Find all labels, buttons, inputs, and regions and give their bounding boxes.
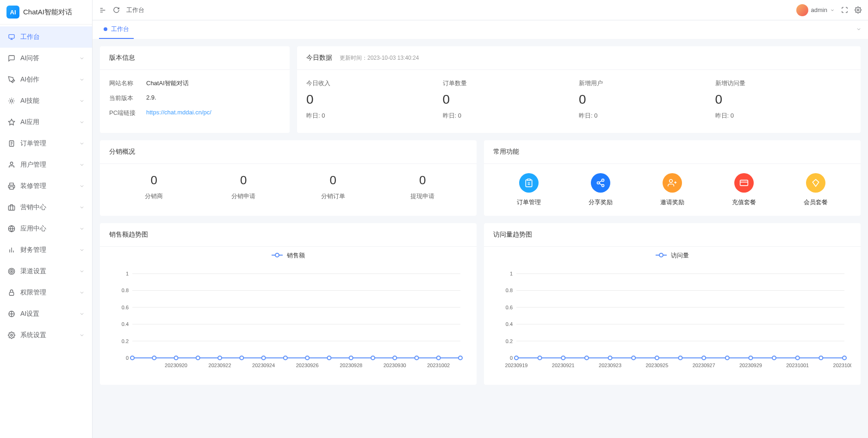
sidebar-item-label: 应用中心 — [20, 225, 79, 233]
sidebar-item-label: 营销中心 — [20, 203, 79, 212]
sidebar-item-5[interactable]: 订单管理 — [0, 133, 92, 154]
svg-text:0.6: 0.6 — [506, 305, 513, 310]
stat-label: 新增访问量 — [715, 79, 852, 88]
svg-line-43 — [599, 183, 602, 185]
svg-text:20231003: 20231003 — [833, 363, 851, 368]
dist-stat: 0提现申请 — [378, 173, 468, 200]
user-menu[interactable]: admin — [796, 4, 835, 16]
sidebar-item-12[interactable]: 权限管理 — [0, 282, 92, 303]
sidebar-item-1[interactable]: AI问答 — [0, 48, 92, 69]
svg-point-110 — [515, 356, 518, 360]
sidebar-item-3[interactable]: AI技能 — [0, 90, 92, 112]
svg-text:20230920: 20230920 — [165, 363, 187, 368]
version-card: 版本信息 网站名称ChatAI智能对话当前版本2.9.PC端链接https://… — [100, 46, 290, 133]
username: admin — [811, 6, 827, 13]
shortcut-label: 分享奖励 — [565, 198, 637, 206]
stat-sub: 昨日: 0 — [443, 112, 579, 120]
shortcut-share[interactable]: 分享奖励 — [565, 173, 637, 206]
svg-text:1: 1 — [126, 271, 129, 276]
share-icon — [591, 173, 610, 193]
card-title: 分销概况 — [109, 148, 135, 156]
stat-value: 0 — [715, 92, 852, 107]
target-icon — [7, 268, 16, 275]
shortcut-useradd[interactable]: 邀请奖励 — [637, 173, 708, 206]
dist-stat: 0分销订单 — [288, 173, 378, 200]
settings-icon[interactable] — [855, 6, 862, 13]
svg-text:20230927: 20230927 — [693, 363, 715, 368]
sidebar-item-label: 财务管理 — [20, 246, 79, 254]
shortcut-clipboard[interactable]: 订单管理 — [493, 173, 565, 206]
shortcut-diamond[interactable]: 会员套餐 — [780, 173, 851, 206]
tab-workbench[interactable]: 工作台 — [99, 20, 134, 39]
svg-point-118 — [702, 356, 706, 360]
svg-text:0.6: 0.6 — [122, 305, 129, 310]
svg-point-42 — [602, 184, 604, 187]
dist-stat: 0分销申请 — [199, 173, 289, 200]
kv-val: ChatAI智能对话 — [146, 79, 280, 88]
svg-point-82 — [349, 356, 353, 360]
sidebar-item-label: AI设置 — [20, 310, 79, 318]
sidebar-item-7[interactable]: 装修管理 — [0, 175, 92, 197]
shortcut-label: 会员套餐 — [780, 198, 851, 206]
stat-sub: 昨日: 0 — [306, 112, 443, 120]
shortcut-card[interactable]: 充值套餐 — [708, 173, 780, 206]
logo-icon: AI — [6, 6, 19, 19]
chevron-down-icon — [79, 290, 85, 295]
kv-val: 2.9. — [146, 94, 280, 102]
svg-text:1: 1 — [510, 271, 513, 276]
svg-point-112 — [561, 356, 565, 360]
stat-label: 今日收入 — [306, 79, 443, 88]
barchart-icon — [7, 246, 16, 254]
svg-point-52 — [275, 253, 279, 257]
collapse-icon[interactable] — [99, 6, 106, 14]
tabs-more-icon[interactable] — [856, 26, 862, 33]
printer-icon — [7, 182, 16, 190]
svg-point-83 — [371, 356, 375, 360]
refresh-icon[interactable] — [113, 6, 120, 13]
chart-legend: 销售额 — [109, 251, 467, 260]
sidebar-item-8[interactable]: 营销中心 — [0, 197, 92, 218]
app-title: ChatAI智能对话 — [23, 8, 72, 17]
tab-active-dot — [104, 27, 107, 31]
sidebar-item-13[interactable]: AI设置 — [0, 303, 92, 325]
svg-point-45 — [670, 180, 673, 183]
chevron-down-icon — [79, 183, 85, 189]
sidebar-item-0[interactable]: 工作台 — [0, 26, 92, 48]
svg-point-32 — [11, 334, 12, 336]
sidebar-item-label: 装修管理 — [20, 182, 79, 190]
sidebar-item-11[interactable]: 渠道设置 — [0, 261, 92, 282]
diamond-icon — [806, 173, 825, 193]
svg-rect-18 — [10, 187, 13, 189]
stat-label: 新增用户 — [579, 79, 715, 88]
sidebar-item-6[interactable]: 用户管理 — [0, 154, 92, 175]
svg-point-36 — [857, 9, 859, 11]
sidebar-item-2[interactable]: AI创作 — [0, 69, 92, 90]
pc-link[interactable]: https://chat.mddai.cn/pc/ — [146, 109, 211, 116]
briefcase-icon — [7, 204, 16, 211]
chevron-down-icon — [79, 226, 85, 232]
fullscreen-icon[interactable] — [841, 6, 848, 13]
sidebar-item-4[interactable]: AI应用 — [0, 112, 92, 133]
clipboard-icon — [519, 173, 539, 193]
sidebar-item-9[interactable]: 应用中心 — [0, 218, 92, 239]
stat-sub: 昨日: 0 — [715, 112, 852, 120]
visits-trend-card: 访问量趋势图 访问量 00.20.40.60.81202309192023092… — [484, 223, 861, 385]
svg-line-6 — [9, 99, 10, 99]
svg-point-80 — [305, 356, 309, 360]
sidebar-item-10[interactable]: 财务管理 — [0, 239, 92, 261]
svg-point-121 — [772, 356, 776, 360]
svg-point-3 — [10, 100, 12, 102]
card-title: 版本信息 — [109, 54, 135, 62]
svg-point-122 — [796, 356, 800, 360]
stat-label: 分销申请 — [199, 192, 289, 200]
svg-point-113 — [585, 356, 589, 360]
svg-rect-37 — [527, 179, 531, 181]
svg-point-123 — [819, 356, 823, 360]
sidebar-item-14[interactable]: 系统设置 — [0, 325, 92, 346]
globe-icon — [7, 225, 16, 232]
chevron-down-icon — [79, 311, 85, 317]
svg-text:20230924: 20230924 — [252, 363, 275, 368]
sidebar-item-label: 渠道设置 — [20, 267, 79, 275]
svg-point-111 — [538, 356, 542, 360]
sidebar-item-label: AI创作 — [20, 75, 79, 84]
